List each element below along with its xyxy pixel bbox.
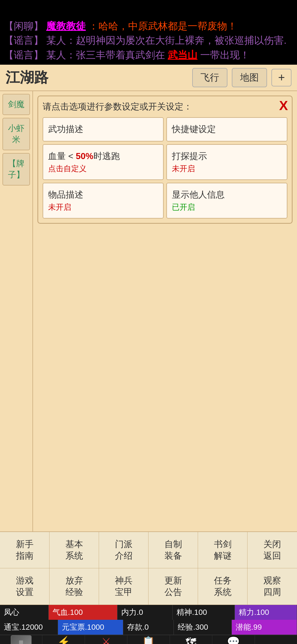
btn-shenbingbaojia[interactable]: 神兵宝甲 (99, 568, 148, 604)
nav-item-settings[interactable]: ⚙ (255, 635, 297, 644)
sidebar-item-paiezi[interactable]: 【牌子】 (2, 153, 30, 185)
settings-cell-hp-escape[interactable]: 血量 < 50%时逃跑 点击自定义 (43, 144, 164, 180)
btn-genxingonggao[interactable]: 更新公告 (148, 568, 198, 604)
chat-area: 【闲聊】 魔教教徒 ：哈哈，中原武林都是一帮废物！ 【谣言】 某人：赵明神因为屡… (0, 17, 297, 65)
bottom-nav: ▦ 常用指令 ⚡ 技能相关 ⚔ 战斗相关 📋 任务相关 🗺 指南设置 💬 频道交… (0, 635, 297, 644)
chat-link-wudang[interactable]: 武当山 (168, 49, 197, 61)
sidebar: 剑魔 小虾米 【牌子】 (0, 91, 33, 531)
settings-cell-item-title: 物品描述 (48, 189, 158, 201)
task-icon: 📋 (142, 636, 155, 644)
settings-cell-hp-sub: 点击自定义 (48, 163, 158, 174)
settings-cell-others-sub: 已开启 (172, 202, 282, 212)
settings-grid: 武功描述 快捷键设定 血量 < 50%时逃跑 点击自定义 打探提示 未开启 (43, 117, 287, 219)
settings-cell-item-sub: 未开启 (48, 202, 158, 212)
map-button[interactable]: 地图 (232, 68, 267, 87)
card-icon: ▦ (11, 635, 32, 644)
btn-guanchasishou[interactable]: 观察四周 (248, 568, 297, 604)
status-bar: 凤心 气血.100 内力.0 精神.100 精力.100 通宝.12000 元宝… (0, 605, 297, 635)
btn-shujianjiemi[interactable]: 书剑解谜 (198, 532, 248, 568)
settings-cell-explore-sub: 未开启 (172, 163, 282, 174)
settings-header-text: 请点击选项进行参数设定或开关设定： (43, 101, 287, 113)
bottom-buttons: 新手指南 基本系统 门派介绍 自制装备 书剑解谜 关闭返回 游戏设置 放弃经验 … (0, 531, 297, 605)
settings-cell-item-desc[interactable]: 物品描述 未开启 (43, 183, 164, 219)
settings-dialog: 请点击选项进行参数设定或开关设定： X 武功描述 快捷键设定 血量 < 50%时… (37, 95, 293, 224)
chat-tag-idle: 【闲聊】 (4, 20, 43, 32)
main-panel: 请点击选项进行参数设定或开关设定： X 武功描述 快捷键设定 血量 < 50%时… (33, 91, 297, 531)
status-row-2: 通宝.12000 元宝票.1000 存款.0 经验.300 潜能.99 (0, 620, 297, 635)
settings-cell-explore[interactable]: 打探提示 未开启 (166, 144, 287, 180)
settings-cell-hp-title: 血量 < 50%时逃跑 (48, 150, 158, 162)
settings-cell-others-title: 显示他人信息 (172, 189, 282, 201)
status-potential: 潜能.99 (232, 620, 297, 635)
chat-line-2: 【谣言】 某人：赵明神因为屡次在大街上裸奔，被张巡捕以伤害. (4, 34, 293, 47)
nav-item-commands[interactable]: ▦ 常用指令 (0, 635, 42, 644)
plus-button[interactable]: + (271, 69, 292, 86)
btn-fangqijingyan[interactable]: 放弃经验 (50, 568, 99, 604)
status-name: 凤心 (0, 605, 49, 620)
status-gold: 通宝.12000 (0, 620, 58, 635)
status-mp: 内力.0 (117, 605, 173, 620)
chat-tag-rumor-1: 【谣言】 (4, 35, 43, 46)
settings-cell-hotkey[interactable]: 快捷键设定 (166, 117, 287, 141)
nav-item-task[interactable]: 📋 任务相关 (127, 635, 170, 644)
chat-line-1: 【闲聊】 魔教教徒 ：哈哈，中原武林都是一帮废物！ (4, 19, 293, 33)
settings-cell-hotkey-title: 快捷键设定 (172, 123, 282, 135)
status-bank: 存款.0 (123, 620, 174, 635)
btn-jibenhexitong[interactable]: 基本系统 (50, 532, 99, 568)
game-area: 江湖路 飞行 地图 + 剑魔 小虾米 【牌子】 请点击选项进行参数设定或开关设定… (0, 65, 297, 605)
settings-cell-wugong[interactable]: 武功描述 (43, 117, 164, 141)
status-hp: 气血.100 (49, 605, 117, 620)
chat-name-magic[interactable]: 魔教教徒 (46, 20, 86, 32)
sidebar-item-jianmo[interactable]: 剑魔 (2, 94, 30, 115)
status-exp: 经验.300 (174, 620, 232, 635)
status-row-1: 凤心 气血.100 内力.0 精神.100 精力.100 (0, 605, 297, 620)
nav-item-guide[interactable]: 🗺 指南设置 (170, 635, 212, 644)
guide-icon: 🗺 (186, 636, 196, 644)
status-gem: 元宝票.1000 (58, 620, 123, 635)
nav-item-combat[interactable]: ⚔ 战斗相关 (85, 635, 127, 644)
status-power: 精力.100 (235, 605, 297, 620)
settings-close-button[interactable]: X (279, 99, 288, 112)
btn-guanbi[interactable]: 关闭返回 (248, 532, 297, 568)
settings-cell-wugong-title: 武功描述 (48, 123, 158, 135)
settings-cell-show-others[interactable]: 显示他人信息 已开启 (166, 183, 287, 219)
sidebar-item-xiaoxiami[interactable]: 小虾米 (2, 118, 30, 150)
status-spirit: 精神.100 (173, 605, 235, 620)
content-area: 剑魔 小虾米 【牌子】 请点击选项进行参数设定或开关设定： X 武功描述 (0, 91, 297, 531)
sidebar-label-xiaoxiami: 小虾米 (8, 124, 24, 144)
chat-content-rumor-3: 一带出现！ (200, 49, 250, 61)
settings-cell-explore-title: 打探提示 (172, 150, 282, 162)
btn-row-1: 新手指南 基本系统 门派介绍 自制装备 书剑解谜 关闭返回 (0, 532, 297, 568)
nav-item-channel[interactable]: 💬 频道交流 (212, 635, 255, 644)
combat-icon: ⚔ (101, 636, 111, 644)
btn-renwuxitong[interactable]: 任务系统 (198, 568, 248, 604)
chat-content-idle: ：哈哈，中原武林都是一帮废物！ (89, 20, 237, 32)
chat-content-rumor-1: 某人：赵明神因为屡次在大街上裸奔，被张巡捕以伤害. (46, 35, 287, 46)
sidebar-label-paiezi: 【牌子】 (8, 159, 24, 179)
btn-menpaijieshao[interactable]: 门派介绍 (99, 532, 148, 568)
chat-line-3: 【谣言】 某人：张三丰带着真武剑在 武当山 一带出现！ (4, 48, 293, 62)
btn-youxishezhi[interactable]: 游戏设置 (0, 568, 50, 604)
chat-content-rumor-2: 某人：张三丰带着真武剑在 (46, 49, 165, 61)
page-title: 江湖路 (6, 68, 188, 87)
btn-xinshouzhinan[interactable]: 新手指南 (0, 532, 50, 568)
channel-icon: 💬 (227, 636, 240, 644)
btn-zizhibeijia[interactable]: 自制装备 (148, 532, 198, 568)
skills-icon: ⚡ (57, 636, 70, 644)
phone-status-bar (0, 0, 297, 17)
fly-button[interactable]: 飞行 (192, 68, 227, 87)
map-area (37, 224, 293, 471)
header-bar: 江湖路 飞行 地图 + (0, 65, 297, 91)
btn-row-2: 游戏设置 放弃经验 神兵宝甲 更新公告 任务系统 观察四周 (0, 568, 297, 605)
chat-tag-rumor-2: 【谣言】 (4, 49, 43, 61)
nav-item-skills[interactable]: ⚡ 技能相关 (42, 635, 85, 644)
sidebar-label-jianmo: 剑魔 (8, 100, 24, 109)
